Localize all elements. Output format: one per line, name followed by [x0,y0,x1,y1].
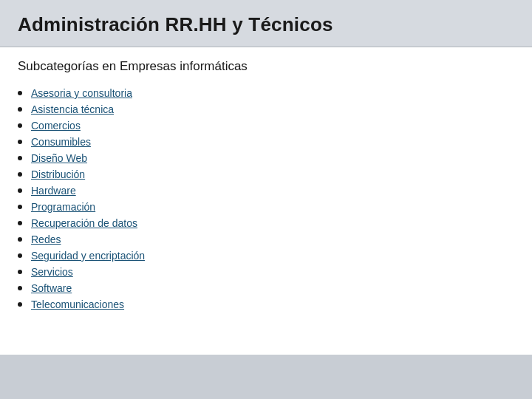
bullet-icon [18,221,22,225]
list-item: Servicios [18,266,514,278]
category-link[interactable]: Software [31,282,72,294]
list-item: Consumibles [18,136,514,148]
content-section: Subcategorías en Empresas informáticas A… [0,47,532,355]
category-link[interactable]: Hardware [31,185,76,197]
bullet-icon [18,188,22,193]
bullet-icon [18,205,22,209]
list-item: Seguridad y encriptación [18,250,514,262]
bullet-icon [18,172,22,177]
bullet-icon [18,302,22,307]
category-link[interactable]: Redes [31,233,61,245]
page-title: Administración RR.HH y Técnicos [18,13,514,36]
bullet-icon [18,140,22,144]
category-link[interactable]: Telecomunicaciones [31,299,124,310]
category-link[interactable]: Seguridad y encriptación [31,250,145,262]
category-link[interactable]: Asesoria y consultoria [31,87,132,99]
list-item: Asesoria y consultoria [18,87,514,99]
bullet-icon [18,270,22,274]
category-link[interactable]: Programación [31,201,95,213]
category-link[interactable]: Consumibles [31,136,91,148]
bullet-icon [18,253,22,258]
page-container: Administración RR.HH y Técnicos Subcateg… [0,0,532,399]
list-item: Redes [18,233,514,245]
category-link[interactable]: Asistencia técnica [31,103,114,115]
bullet-icon [18,156,22,160]
list-item: Telecomunicaciones [18,299,514,310]
list-item: Distribución [18,168,514,180]
category-link[interactable]: Distribución [31,168,85,180]
category-link[interactable]: Recuperación de datos [31,217,137,229]
list-item: Comercios [18,120,514,132]
bullet-icon [18,107,22,112]
list-item: Programación [18,201,514,213]
bullet-icon [18,123,22,128]
header-section: Administración RR.HH y Técnicos [0,0,532,47]
category-link[interactable]: Servicios [31,266,73,278]
subcategory-heading: Subcategorías en Empresas informáticas [18,59,514,74]
links-list: Asesoria y consultoriaAsistencia técnica… [18,87,514,310]
category-link[interactable]: Diseño Web [31,152,87,164]
list-item: Software [18,282,514,294]
list-item: Diseño Web [18,152,514,164]
list-item: Recuperación de datos [18,217,514,229]
category-link[interactable]: Comercios [31,120,81,132]
bullet-icon [18,286,22,290]
list-item: Hardware [18,185,514,197]
list-item: Asistencia técnica [18,103,514,115]
bullet-icon [18,91,22,95]
bottom-section [0,355,532,399]
bullet-icon [18,237,22,242]
